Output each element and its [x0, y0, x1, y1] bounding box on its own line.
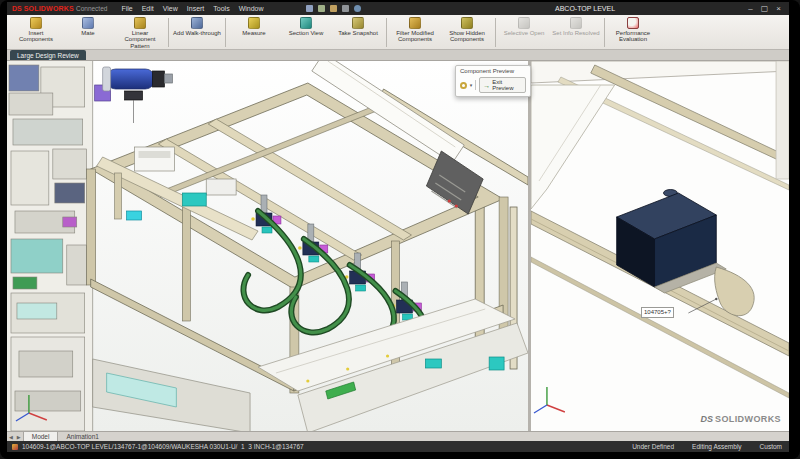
- set-info-resolved-button[interactable]: Set Info Resolved: [550, 16, 602, 49]
- maximize-button[interactable]: ▢: [761, 2, 769, 15]
- save-icon[interactable]: [306, 5, 313, 12]
- chevron-down-icon[interactable]: ▾: [470, 82, 473, 88]
- solidworks-watermark: DS SOLIDWORKS: [700, 414, 781, 424]
- units-selector[interactable]: Custom: [760, 443, 782, 450]
- solidworks-window: DS SOLIDWORKS Connected File Edit View I…: [7, 2, 789, 452]
- performance-evaluation-button[interactable]: Performance Evaluation: [607, 16, 659, 49]
- connected-label: Connected: [76, 5, 107, 12]
- menu-view[interactable]: View: [163, 5, 178, 12]
- performance-evaluation-icon: [627, 17, 639, 29]
- main-viewport-right[interactable]: 104705+? DS SOLIDWORKS: [531, 61, 789, 431]
- add-walkthrough-button[interactable]: Add Walk-through: [171, 16, 223, 49]
- editing-mode-label: Editing Assembly: [692, 443, 742, 450]
- gear-icon[interactable]: [460, 82, 467, 89]
- popup-divider: [475, 80, 476, 90]
- selective-open-button[interactable]: Selective Open: [498, 16, 550, 49]
- snapshot-icon: [352, 17, 364, 29]
- status-right-group: Under Defined Editing Assembly Custom: [632, 443, 784, 450]
- take-snapshot-button[interactable]: Take Snapshot: [332, 16, 384, 49]
- left-machinery-stack: [7, 61, 93, 431]
- settings-icon[interactable]: [342, 5, 349, 12]
- ribbon-separator: [386, 18, 387, 47]
- menu-insert[interactable]: Insert: [187, 5, 205, 12]
- menu-bar: File Edit View Insert Tools Window: [121, 5, 263, 12]
- menu-tools[interactable]: Tools: [213, 5, 229, 12]
- main-viewport-left[interactable]: [7, 61, 528, 431]
- popup-toolbar: ▾ → Exit Preview: [456, 75, 530, 96]
- tab-scroll-left-icon[interactable]: ◀: [7, 434, 15, 440]
- mate-icon: [82, 17, 94, 29]
- menu-file[interactable]: File: [121, 5, 132, 12]
- ds-logo-icon: DS: [12, 5, 22, 12]
- menu-window[interactable]: Window: [239, 5, 264, 12]
- constraint-status: Under Defined: [632, 443, 674, 450]
- filter-icon: [409, 17, 421, 29]
- show-hidden-components-button[interactable]: Show Hidden Components: [441, 16, 493, 49]
- section-view-button[interactable]: Section View: [280, 16, 332, 49]
- document-title: ABCO-TOP LEVEL: [555, 2, 615, 15]
- window-controls: – ▢ ×: [748, 2, 789, 15]
- component-callout: 104705+?: [641, 307, 674, 318]
- search-icon[interactable]: [354, 5, 361, 12]
- ribbon-separator: [495, 18, 496, 47]
- document-tab-bar: ◀ ▶ Model Animation1: [7, 431, 789, 441]
- filter-modified-components-button[interactable]: Filter Modified Components: [389, 16, 441, 49]
- titlebar-quick-icons: [306, 5, 361, 12]
- solidworks-logo-text: SOLIDWORKS: [24, 5, 74, 12]
- close-button[interactable]: ×: [776, 2, 781, 15]
- menu-edit[interactable]: Edit: [142, 5, 154, 12]
- insert-components-button[interactable]: Insert Components: [10, 16, 62, 49]
- insert-components-icon: [30, 17, 42, 29]
- undo-icon[interactable]: [318, 5, 325, 12]
- ribbon-separator: [225, 18, 226, 47]
- component-preview-view: [531, 61, 789, 431]
- ribbon-separator: [604, 18, 605, 47]
- selected-component-path: 104609-1@ABCO-TOP LEVEL/134767-1@104609/…: [22, 443, 628, 450]
- section-view-icon: [300, 17, 312, 29]
- rebuild-icon[interactable]: [330, 5, 337, 12]
- mate-button[interactable]: Mate: [62, 16, 114, 49]
- ribbon-separator: [168, 18, 169, 47]
- tab-model[interactable]: Model: [23, 432, 59, 441]
- component-preview-popup: Component Preview ▾ → Exit Preview: [455, 65, 531, 97]
- walkthrough-icon: [191, 17, 203, 29]
- selective-open-icon: [518, 17, 530, 29]
- set-info-resolved-icon: [570, 17, 582, 29]
- linear-pattern-icon: [134, 17, 146, 29]
- screen: DS SOLIDWORKS Connected File Edit View I…: [0, 0, 800, 459]
- exit-arrow-icon: →: [483, 82, 490, 89]
- show-hidden-icon: [461, 17, 473, 29]
- large-design-review-tab[interactable]: Large Design Review: [10, 50, 86, 60]
- graphics-area: 104705+? DS SOLIDWORKS Component Preview…: [7, 61, 789, 431]
- tab-animation1[interactable]: Animation1: [58, 432, 107, 441]
- command-ribbon: Insert Components Mate Linear Component …: [7, 15, 789, 50]
- app-logo: DS SOLIDWORKS Connected: [7, 5, 113, 12]
- status-bar: 104609-1@ABCO-TOP LEVEL/134767-1@104609/…: [7, 441, 789, 452]
- assembly-icon: [12, 444, 18, 450]
- tab-scroll-right-icon[interactable]: ▶: [15, 434, 23, 440]
- title-bar: DS SOLIDWORKS Connected File Edit View I…: [7, 2, 789, 15]
- ds-watermark-icon: DS: [700, 414, 713, 424]
- exit-preview-button[interactable]: → Exit Preview: [479, 77, 526, 93]
- measure-button[interactable]: Measure: [228, 16, 280, 49]
- minimize-button[interactable]: –: [748, 2, 752, 15]
- linear-component-pattern-button[interactable]: Linear Component Pattern: [114, 16, 166, 49]
- assembly-model-view: [7, 61, 528, 431]
- measure-icon: [248, 17, 260, 29]
- popup-title: Component Preview: [456, 66, 530, 75]
- mode-tab-row: Large Design Review: [7, 50, 789, 61]
